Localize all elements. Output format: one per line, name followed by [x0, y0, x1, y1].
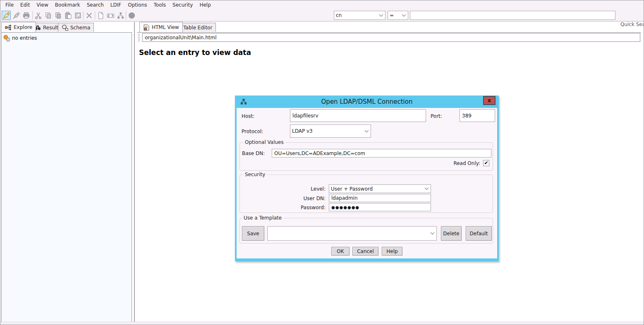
- copy-pages-icon: [44, 12, 52, 19]
- print-button[interactable]: [22, 11, 31, 20]
- security-level-select[interactable]: User + Password: [329, 184, 431, 193]
- base-dn-input[interactable]: [272, 149, 491, 158]
- quick-search-input[interactable]: [410, 11, 615, 20]
- explore-tree-icon: [5, 24, 12, 31]
- stop-button[interactable]: [127, 11, 136, 20]
- tab-schema-label: Schema: [70, 25, 90, 31]
- security-level-value: User + Password: [331, 186, 423, 192]
- menu-file[interactable]: File: [2, 1, 17, 9]
- menu-bar: File Edit View Bookmark Search LDIF Opti…: [0, 0, 644, 10]
- connect-plug-icon: [2, 12, 10, 19]
- template-legend: Use a Template: [242, 215, 283, 221]
- tab-explore-label: Explore: [14, 24, 32, 30]
- disconnect-plug-icon: [12, 12, 20, 19]
- cancel-button[interactable]: Cancel: [352, 247, 378, 256]
- toolbar-grip-icon[interactable]: [139, 34, 140, 41]
- new-entry-button[interactable]: [96, 11, 105, 20]
- port-input[interactable]: [460, 109, 495, 122]
- menu-edit[interactable]: Edit: [17, 1, 33, 9]
- chevron-down-icon: [364, 130, 369, 133]
- toolbar-separator: [83, 11, 84, 19]
- protocol-label: Protocol:: [242, 129, 263, 134]
- help-button[interactable]: Help: [382, 247, 402, 256]
- security-group: Security Level: User + Password User DN:…: [239, 174, 493, 213]
- dialog-close-button[interactable]: x: [483, 96, 496, 105]
- menu-ldif[interactable]: LDIF: [107, 1, 124, 9]
- password-input[interactable]: ●●●●●●●: [329, 203, 431, 211]
- menu-view[interactable]: View: [33, 1, 51, 9]
- security-legend: Security: [243, 172, 267, 177]
- rename-button[interactable]: [106, 11, 115, 20]
- copy-special-button[interactable]: [53, 11, 62, 20]
- quick-search-label[interactable]: Quick Search: [620, 22, 644, 27]
- clipboard-paste-icon: [64, 12, 72, 19]
- optional-values-legend: Optional Values: [243, 139, 285, 145]
- password-label: Password:: [273, 205, 326, 210]
- new-document-icon: [97, 12, 105, 19]
- toolbar: cn = Quick Search: [0, 10, 644, 22]
- chevron-down-icon: [402, 14, 406, 17]
- address-bar: organizationalUnit\Main.html: [137, 33, 641, 43]
- search-attribute-select[interactable]: cn: [334, 11, 385, 20]
- panel-splitter[interactable]: [134, 22, 135, 323]
- ok-button[interactable]: OK: [331, 247, 350, 256]
- printer-icon: [22, 12, 30, 19]
- tab-table-editor-label: Table Editor: [183, 25, 212, 31]
- delete-button[interactable]: [84, 11, 93, 20]
- save-button[interactable]: Save: [242, 226, 264, 241]
- scissors-icon: [34, 12, 42, 19]
- paste-button[interactable]: [63, 11, 72, 20]
- template-group: Use a Template Save Delete Default: [239, 218, 493, 244]
- rename-field-icon: [107, 12, 115, 19]
- menu-help[interactable]: Help: [196, 1, 214, 9]
- empty-state-message: Select an entry to view data: [139, 48, 251, 57]
- read-only-checkbox[interactable]: ✔: [483, 160, 489, 166]
- template-select[interactable]: [267, 226, 437, 241]
- chevron-down-icon: [424, 187, 429, 190]
- tab-explore[interactable]: Explore: [1, 22, 36, 32]
- protocol-select[interactable]: LDAP v3: [290, 124, 371, 138]
- toolbar-separator: [95, 11, 95, 19]
- user-dn-label: User DN:: [273, 196, 326, 201]
- no-entries-icon: [3, 35, 10, 41]
- tab-schema[interactable]: Schema: [58, 23, 94, 32]
- host-label: Host:: [242, 113, 254, 119]
- default-button[interactable]: Default: [466, 226, 492, 241]
- disconnect-button[interactable]: [12, 11, 21, 20]
- html-view-document-icon: [143, 24, 150, 31]
- edit-entry-button[interactable]: [73, 11, 82, 20]
- address-field[interactable]: organizationalUnit\Main.html: [142, 33, 640, 42]
- edit-window-icon: [74, 12, 82, 19]
- status-strip: [0, 322, 644, 325]
- optional-values-group: Optional Values Base DN: Read Only: ✔: [239, 142, 493, 171]
- tab-html-view[interactable]: HTML View: [139, 22, 183, 32]
- user-dn-input[interactable]: [329, 194, 431, 202]
- host-input[interactable]: [290, 109, 426, 122]
- connect-button[interactable]: [2, 11, 11, 20]
- base-dn-label: Base DN:: [242, 151, 265, 156]
- menu-bookmark[interactable]: Bookmark: [52, 1, 84, 9]
- tree-item-label: no entries: [12, 35, 37, 41]
- schema-magnifier-icon: [62, 24, 68, 31]
- chevron-down-icon: [430, 232, 435, 235]
- menu-security[interactable]: Security: [169, 1, 196, 9]
- dialog-title: Open LDAP/DSML Connection: [235, 96, 499, 108]
- port-label: Port:: [431, 113, 442, 119]
- open-connection-dialog: Open LDAP/DSML Connection x Host: Port: …: [235, 96, 499, 261]
- level-label: Level:: [273, 186, 326, 192]
- cut-button[interactable]: [34, 11, 43, 20]
- menu-tools[interactable]: Tools: [151, 1, 170, 9]
- copy-button[interactable]: [43, 11, 53, 20]
- tree-icon: [117, 12, 124, 19]
- application-window: File Edit View Bookmark Search LDIF Opti…: [0, 0, 644, 325]
- delete-button[interactable]: Delete: [441, 226, 462, 241]
- tree-item-no-entries[interactable]: no entries: [2, 33, 132, 41]
- read-only-label: Read Only:: [453, 160, 480, 166]
- dialog-titlebar[interactable]: Open LDAP/DSML Connection x: [235, 96, 499, 108]
- menu-search[interactable]: Search: [84, 1, 107, 9]
- toolbar-separator: [32, 11, 33, 19]
- explore-tree-panel[interactable]: no entries: [1, 32, 132, 323]
- menu-options[interactable]: Options: [124, 1, 150, 9]
- browse-tree-button[interactable]: [116, 11, 125, 20]
- search-operator-select[interactable]: =: [388, 11, 408, 20]
